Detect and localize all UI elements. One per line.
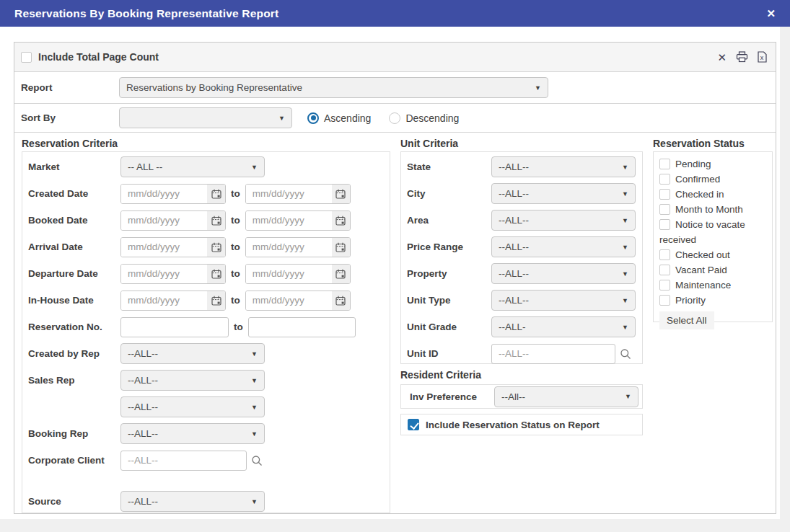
- include-reservation-status-label: Include Reservation Status on Report: [426, 420, 600, 430]
- select-all-button[interactable]: Select All: [659, 311, 714, 329]
- status-vacant-paid[interactable]: Vacant Paid: [659, 262, 768, 278]
- calendar-icon[interactable]: [207, 265, 225, 283]
- market-dropdown[interactable]: -- ALL -- ▼: [120, 156, 265, 177]
- status-pending[interactable]: Pending: [659, 156, 768, 172]
- created-date-label: Created Date: [28, 188, 120, 199]
- dialog-titlebar: Reservations By Booking Representative R…: [0, 0, 790, 27]
- status-month-to-month[interactable]: Month to Month: [659, 202, 768, 217]
- inhouse-date-to-input[interactable]: [245, 291, 351, 311]
- chevron-down-icon: ▼: [622, 164, 628, 171]
- reservation-no-from-input[interactable]: [120, 317, 229, 337]
- report-panel: Include Total Page Count ✕ x Report Rese…: [14, 42, 776, 514]
- reservation-no-to-input[interactable]: [248, 317, 356, 337]
- sort-by-label: Sort By: [21, 112, 119, 123]
- reservation-criteria-section: Reservation Criteria Market -- ALL -- ▼ …: [22, 133, 390, 513]
- unit-criteria-heading: Unit Criteria: [400, 138, 643, 151]
- chevron-down-icon: ▼: [622, 297, 628, 304]
- sales-rep-dropdown[interactable]: --ALL-- ▼: [120, 370, 265, 391]
- sales-rep-2-dropdown[interactable]: --ALL-- ▼: [120, 396, 265, 417]
- calendar-icon[interactable]: [332, 211, 350, 230]
- chevron-down-icon: ▼: [622, 270, 628, 278]
- chevron-down-icon: ▼: [251, 498, 258, 505]
- chevron-down-icon: ▼: [535, 84, 541, 92]
- city-row: City --ALL-- ▼: [401, 180, 642, 207]
- calendar-icon[interactable]: [332, 291, 350, 310]
- status-checked-out[interactable]: Checked out: [659, 247, 768, 262]
- arrival-date-from-input[interactable]: [120, 237, 226, 257]
- status-maintenance[interactable]: Maintenance: [659, 278, 768, 293]
- calendar-icon[interactable]: [207, 211, 225, 230]
- source-dropdown[interactable]: --ALL-- ▼: [120, 491, 265, 512]
- unit-grade-dropdown[interactable]: --ALL- ▼: [491, 316, 636, 337]
- booking-rep-dropdown[interactable]: --ALL-- ▼: [120, 423, 265, 444]
- sort-row: Sort By ▼ Ascending Descending: [14, 104, 776, 133]
- unit-grade-label: Unit Grade: [407, 322, 491, 332]
- created-date-from-input[interactable]: [120, 184, 226, 204]
- calendar-icon[interactable]: [332, 238, 350, 257]
- property-row: Property --ALL-- ▼: [401, 260, 642, 287]
- status-notice-to-vacate[interactable]: Notice to vacate received: [659, 217, 768, 247]
- source-label: Source: [28, 496, 120, 507]
- ascending-radio[interactable]: Ascending: [307, 112, 371, 124]
- chevron-down-icon: ▼: [622, 244, 628, 251]
- inv-preference-dropdown[interactable]: --All-- ▼: [494, 386, 638, 407]
- chevron-down-icon: ▼: [622, 190, 628, 198]
- criteria-area: Reservation Criteria Market -- ALL -- ▼ …: [14, 133, 776, 513]
- departure-date-from-input[interactable]: [120, 264, 226, 284]
- status-checked-in[interactable]: Checked in: [659, 187, 768, 202]
- sales-rep-2-row: --ALL-- ▼: [22, 394, 390, 420]
- calendar-icon[interactable]: [207, 238, 225, 257]
- include-reservation-status-checkbox: [408, 419, 419, 430]
- departure-date-row: Departure Date to: [22, 260, 390, 287]
- clear-icon[interactable]: ✕: [717, 52, 727, 63]
- search-icon[interactable]: [620, 348, 631, 360]
- unit-id-row: Unit ID: [401, 340, 642, 367]
- inhouse-date-from-input[interactable]: [120, 291, 226, 311]
- city-dropdown[interactable]: --ALL-- ▼: [491, 183, 636, 204]
- property-dropdown[interactable]: --ALL-- ▼: [491, 263, 636, 284]
- include-total-page-count-label: Include Total Page Count: [38, 51, 717, 63]
- close-icon[interactable]: ✕: [766, 7, 776, 20]
- calendar-icon[interactable]: [332, 265, 350, 283]
- sort-by-dropdown[interactable]: ▼: [119, 107, 292, 128]
- print-icon[interactable]: [736, 51, 748, 63]
- status-priority[interactable]: Priority: [659, 293, 768, 308]
- price-range-dropdown[interactable]: --ALL-- ▼: [491, 236, 636, 257]
- sales-rep-label: Sales Rep: [28, 375, 120, 386]
- search-icon[interactable]: [251, 455, 263, 466]
- export-excel-icon[interactable]: x: [758, 51, 767, 63]
- chevron-down-icon: ▼: [278, 115, 285, 122]
- descending-radio[interactable]: Descending: [389, 112, 459, 124]
- booked-date-to-input[interactable]: [245, 210, 351, 231]
- chevron-down-icon: ▼: [622, 217, 628, 224]
- created-by-rep-dropdown[interactable]: --ALL-- ▼: [120, 343, 265, 364]
- svg-text:x: x: [760, 54, 764, 61]
- unit-type-dropdown[interactable]: --ALL-- ▼: [491, 290, 636, 311]
- corporate-client-label: Corporate Client: [28, 455, 120, 466]
- reservation-criteria-box: Market -- ALL -- ▼ Created Date to: [22, 151, 390, 513]
- report-label: Report: [21, 82, 119, 93]
- chevron-down-icon: ▼: [622, 324, 628, 331]
- unit-id-input[interactable]: [491, 344, 615, 364]
- calendar-icon[interactable]: [207, 185, 225, 203]
- reservation-no-label: Reservation No.: [28, 322, 120, 332]
- calendar-icon[interactable]: [332, 185, 350, 203]
- report-dropdown[interactable]: Reservations by Booking Representative ▼: [119, 77, 548, 98]
- arrival-date-to-input[interactable]: [245, 237, 351, 257]
- chevron-down-icon: ▼: [251, 430, 258, 438]
- reservation-status-box: Pending Confirmed Checked in Month to Mo…: [653, 151, 773, 322]
- calendar-icon[interactable]: [207, 291, 225, 310]
- reservation-status-heading: Reservation Status: [653, 138, 773, 151]
- departure-date-to-input[interactable]: [245, 264, 351, 284]
- corporate-client-input[interactable]: [120, 451, 247, 471]
- created-date-to-input[interactable]: [245, 184, 351, 204]
- status-confirmed[interactable]: Confirmed: [659, 172, 768, 187]
- include-reservation-status-row[interactable]: Include Reservation Status on Report: [400, 414, 643, 435]
- area-dropdown[interactable]: --ALL-- ▼: [491, 210, 636, 231]
- state-dropdown[interactable]: --ALL-- ▼: [491, 156, 636, 177]
- area-label: Area: [407, 215, 491, 226]
- resident-criteria-box: Inv Preference --All-- ▼: [400, 384, 643, 409]
- departure-date-label: Departure Date: [28, 268, 120, 279]
- include-total-page-count-checkbox[interactable]: [21, 52, 32, 63]
- booked-date-from-input[interactable]: [120, 210, 226, 231]
